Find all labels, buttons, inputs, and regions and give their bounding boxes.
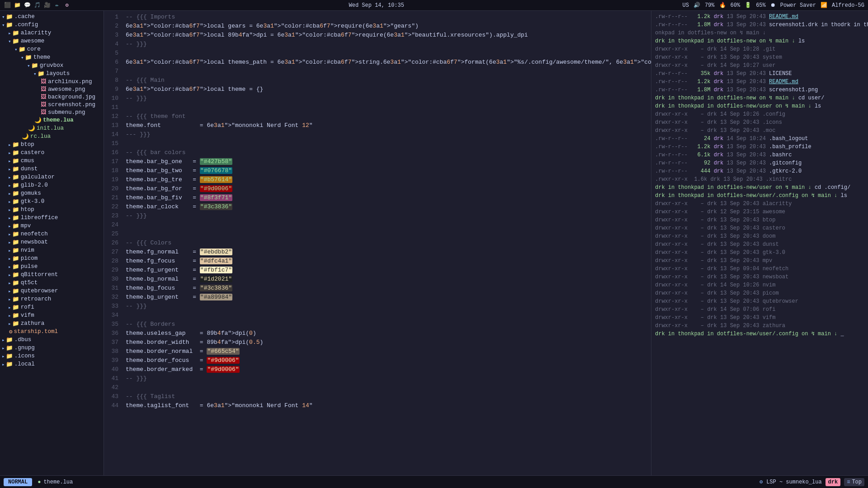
tree-item[interactable]: ▸ 📁newsboat xyxy=(0,238,104,246)
tree-item-label: .dbus xyxy=(14,337,32,343)
tree-item[interactable]: 🖼screenshot.png xyxy=(0,101,104,108)
tree-item[interactable]: ▸ 📁qutebrowser xyxy=(0,287,104,295)
tree-item[interactable]: ▸ 📁qt5ct xyxy=(0,279,104,287)
code-content[interactable]: -- {{{ Imports6e3a1">"color:#cba6f7">loc… xyxy=(122,11,651,475)
terminal-line: drwxr-xr-x – drk 13 Sep 20:43 .icons xyxy=(655,118,864,127)
tree-icon: ▸ xyxy=(8,142,11,148)
tree-icon: ▸ xyxy=(8,280,11,286)
app-icon-6[interactable]: ✏️ xyxy=(53,2,61,9)
tree-item[interactable]: ▸ 📁btop xyxy=(0,141,104,149)
tree-item[interactable]: ▸ 📁zathura xyxy=(0,319,104,328)
tree-item[interactable]: 🌙theme.lua xyxy=(0,116,104,124)
tree-item[interactable]: ▾ 📁.cache xyxy=(0,13,104,21)
tree-item[interactable]: ▾ 📁.config xyxy=(0,21,104,29)
tree-item[interactable]: ▾ 📁theme xyxy=(0,53,104,61)
keyboard-layout[interactable]: US xyxy=(683,2,689,9)
wifi-icon: 📶 xyxy=(821,2,827,9)
tree-item[interactable]: ▸ 📁rofi xyxy=(0,303,104,311)
tree-item[interactable]: ▸ 📁castero xyxy=(0,149,104,157)
tree-item[interactable]: ▸ 📁libreoffice xyxy=(0,214,104,222)
tree-item[interactable]: ▸ 📁glib-2.0 xyxy=(0,181,104,189)
line-number: 25 xyxy=(106,230,118,239)
tree-item[interactable]: 🖼submenu.png xyxy=(0,108,104,116)
code-line: theme.font = 6e3a1">"mononoki Nerd Font … xyxy=(126,121,651,130)
terminal-line: drk in thonkpad in dotfiles-new on ↯ mai… xyxy=(655,94,864,102)
tree-icon: ▸ xyxy=(8,288,11,294)
tree-item[interactable]: ▸ 📁neofetch xyxy=(0,230,104,238)
terminal-panel[interactable]: .rw-r--r-- 1.2k drk 13 Sep 20:43 README.… xyxy=(651,11,868,475)
tree-item[interactable]: 🖼archlinux.png xyxy=(0,78,104,85)
tree-item[interactable]: ▾ 📁gruvbox xyxy=(0,61,104,70)
terminal-line: drwxr-xr-x – drk 13 Sep 20:43 .moc xyxy=(655,127,864,135)
tree-item[interactable]: 🌙rc.lua xyxy=(0,132,104,141)
tree-item[interactable]: 🖼awesome.png xyxy=(0,85,104,93)
line-number: 19 xyxy=(106,175,118,184)
line-number: 5 xyxy=(106,49,118,58)
folder-icon: 📁 xyxy=(12,263,19,270)
tree-item[interactable]: ▸ 📁cmus xyxy=(0,157,104,165)
app-icon-3[interactable]: 💬 xyxy=(24,2,31,9)
tree-item[interactable]: ▸ 📁galculator xyxy=(0,173,104,181)
tree-item[interactable]: ▸ 📁.dbus xyxy=(0,336,104,344)
code-editor: 1234567891011121314151617181920212223242… xyxy=(104,11,651,475)
tree-item[interactable]: ▾ 📁core xyxy=(0,45,104,53)
tree-item[interactable]: 🖼background.jpg xyxy=(0,93,104,101)
app-icon-7[interactable]: ⚙️ xyxy=(63,2,71,9)
terminal-line: drwxr-xr-x – drk 13 Sep 09:04 neofetch xyxy=(655,265,864,273)
tree-item[interactable]: ▸ 📁nvim xyxy=(0,246,104,254)
tree-item[interactable]: ▸ 📁retroarch xyxy=(0,295,104,303)
app-icon-4[interactable]: 🎵 xyxy=(33,2,41,9)
folder-icon: 📁 xyxy=(12,141,19,148)
tree-icon: ▸ xyxy=(8,158,11,164)
code-line: 6e3a1">"color:#cba6f7">local theme = {} xyxy=(126,85,651,94)
tree-item[interactable]: ⚙starship.toml xyxy=(0,328,104,336)
code-line: -- }}} xyxy=(126,302,651,311)
line-number: 2 xyxy=(106,22,118,31)
app-icon-2[interactable]: 📁 xyxy=(14,2,21,9)
folder-icon: 📁 xyxy=(12,296,19,303)
tree-item-label: layouts xyxy=(46,70,70,77)
volume-label[interactable]: 79% xyxy=(705,2,715,9)
tree-item[interactable]: ▸ 📁dunst xyxy=(0,165,104,173)
tree-item[interactable]: ▸ 📁picom xyxy=(0,254,104,263)
folder-icon: 📁 xyxy=(12,304,19,311)
tree-item[interactable]: ▸ 📁.icons xyxy=(0,352,104,360)
app-icon-5[interactable]: 🎥 xyxy=(43,2,51,9)
tree-icon: ▸ xyxy=(8,248,11,253)
folder-icon: 📁 xyxy=(12,255,19,262)
code-line: theme.bg_focus = "#3c3836" xyxy=(126,284,651,293)
tree-icon: ▸ xyxy=(8,150,11,156)
app-icon-1[interactable]: ⬛ xyxy=(4,2,11,9)
image-file-icon: 🖼 xyxy=(41,86,47,93)
tree-item[interactable]: ▾ 📁awesome xyxy=(0,37,104,45)
tree-item[interactable]: ▸ 📁gtk-3.0 xyxy=(0,197,104,206)
tree-item[interactable]: ▾ 📁layouts xyxy=(0,70,104,78)
status-right: ⚙ LSP ~ sumneko_lua drk ≡ Top xyxy=(760,478,864,486)
tree-item[interactable]: ▸ 📁alacritty xyxy=(0,29,104,37)
terminal-line: drwxr-xr-x – drk 13 Sep 20:43 system xyxy=(655,53,864,61)
code-line: -- {{{ Taglist xyxy=(126,392,651,401)
folder-icon: 📁 xyxy=(6,13,13,20)
tree-item[interactable]: ▸ 📁.gnupg xyxy=(0,344,104,352)
tree-item[interactable]: ▸ 📁pulse xyxy=(0,263,104,271)
tree-item[interactable]: ▸ 📁vifm xyxy=(0,311,104,319)
tree-item[interactable]: 🌙init.lua xyxy=(0,124,104,132)
tree-item[interactable]: ▸ 📁gomuks xyxy=(0,189,104,197)
line-number: 34 xyxy=(106,311,118,320)
terminal-line: .rw-r--r-- 92 drk 13 Sep 20:43 .gitconfi… xyxy=(655,159,864,167)
tree-item[interactable]: ▸ 📁htop xyxy=(0,206,104,214)
top-label: Top xyxy=(852,479,862,485)
tree-item[interactable]: ▸ 📁qBittorrent xyxy=(0,271,104,279)
tree-icon: ▸ xyxy=(8,239,11,245)
tree-item[interactable]: ▸ 📁.local xyxy=(0,360,104,368)
terminal-line: .rw-r--r-- 1.8M drk 13 Sep 20:43 screens… xyxy=(655,21,864,29)
line-number: 43 xyxy=(106,392,118,401)
tree-item-label: castero xyxy=(21,150,45,156)
tree-item[interactable]: ▸ 📁mpv xyxy=(0,222,104,230)
folder-icon: 📁 xyxy=(12,198,19,205)
code-line: theme.taglist_font = 6e3a1">"mononoki Ne… xyxy=(126,401,651,410)
tree-icon: ▸ xyxy=(2,345,5,351)
tree-icon: ▸ xyxy=(8,174,11,180)
terminal-line: drwxr-xr-x – drk 14 Sep 10:26 .config xyxy=(655,110,864,118)
code-line xyxy=(126,139,651,148)
